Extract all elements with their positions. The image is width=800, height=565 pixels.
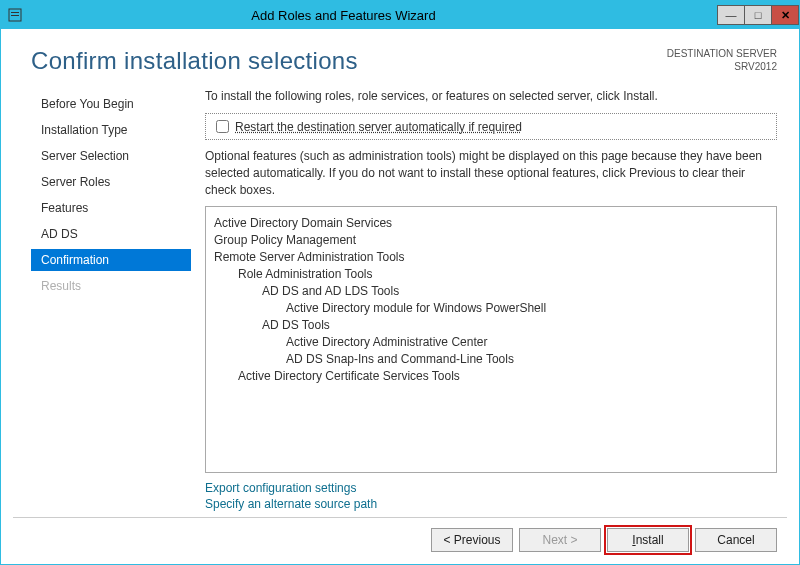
maximize-button[interactable]: □ bbox=[744, 5, 772, 25]
minimize-button[interactable]: — bbox=[717, 5, 745, 25]
step-item[interactable]: Server Roles bbox=[31, 171, 191, 193]
feature-item: AD DS Snap-Ins and Command-Line Tools bbox=[210, 352, 772, 366]
feature-item: Group Policy Management bbox=[210, 233, 772, 247]
header-row: Confirm installation selections DESTINAT… bbox=[13, 39, 787, 89]
restart-row: Restart the destination server automatic… bbox=[205, 113, 777, 140]
window-title: Add Roles and Features Wizard bbox=[0, 8, 718, 23]
feature-item: AD DS and AD LDS Tools bbox=[210, 284, 772, 298]
destination-server: SRV2012 bbox=[667, 60, 777, 73]
feature-item: AD DS Tools bbox=[210, 318, 772, 332]
feature-item: Remote Server Administration Tools bbox=[210, 250, 772, 264]
title-bar: Add Roles and Features Wizard — □ ✕ bbox=[1, 1, 799, 29]
page-title: Confirm installation selections bbox=[31, 47, 358, 75]
export-config-link[interactable]: Export configuration settings bbox=[205, 481, 777, 495]
wizard-content: Confirm installation selections DESTINAT… bbox=[1, 29, 799, 564]
feature-item: Active Directory module for Windows Powe… bbox=[210, 301, 772, 315]
cancel-button[interactable]: Cancel bbox=[695, 528, 777, 552]
step-item: Results bbox=[31, 275, 191, 297]
feature-item: Active Directory Domain Services bbox=[210, 216, 772, 230]
main-panel: To install the following roles, role ser… bbox=[191, 89, 777, 517]
intro-text: To install the following roles, role ser… bbox=[205, 89, 777, 103]
step-item[interactable]: Features bbox=[31, 197, 191, 219]
window-controls: — □ ✕ bbox=[718, 5, 799, 25]
close-button[interactable]: ✕ bbox=[771, 5, 799, 25]
steps-sidebar: Before You BeginInstallation TypeServer … bbox=[31, 89, 191, 517]
destination-block: DESTINATION SERVER SRV2012 bbox=[667, 47, 777, 73]
links-block: Export configuration settings Specify an… bbox=[205, 473, 777, 517]
install-button[interactable]: Install bbox=[607, 528, 689, 552]
step-item[interactable]: Before You Begin bbox=[31, 93, 191, 115]
features-listbox[interactable]: Active Directory Domain ServicesGroup Po… bbox=[205, 206, 777, 473]
wizard-body: Before You BeginInstallation TypeServer … bbox=[13, 89, 787, 517]
wizard-footer: < Previous Next > Install Cancel bbox=[13, 517, 787, 556]
step-item[interactable]: Server Selection bbox=[31, 145, 191, 167]
step-item[interactable]: AD DS bbox=[31, 223, 191, 245]
restart-label[interactable]: Restart the destination server automatic… bbox=[235, 120, 522, 134]
optional-text: Optional features (such as administratio… bbox=[205, 148, 777, 198]
step-item[interactable]: Confirmation bbox=[31, 249, 191, 271]
alternate-source-link[interactable]: Specify an alternate source path bbox=[205, 497, 777, 511]
step-item[interactable]: Installation Type bbox=[31, 119, 191, 141]
restart-checkbox[interactable] bbox=[216, 120, 229, 133]
feature-item: Active Directory Administrative Center bbox=[210, 335, 772, 349]
feature-item: Active Directory Certificate Services To… bbox=[210, 369, 772, 383]
previous-button[interactable]: < Previous bbox=[431, 528, 513, 552]
next-button: Next > bbox=[519, 528, 601, 552]
feature-item: Role Administration Tools bbox=[210, 267, 772, 281]
destination-label: DESTINATION SERVER bbox=[667, 47, 777, 60]
